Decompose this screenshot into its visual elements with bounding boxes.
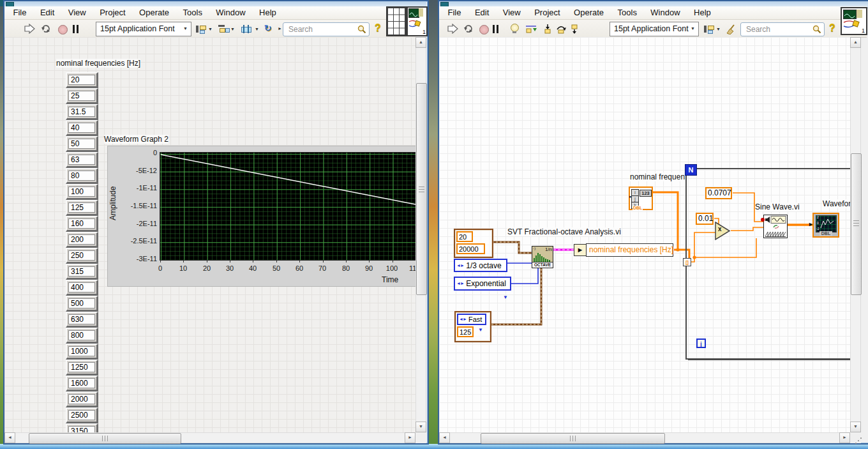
value-125-constant[interactable]: 125 [457,326,474,337]
array-element[interactable]: 200 [66,232,98,248]
menu-window[interactable]: Window [645,6,685,19]
menu-edit[interactable]: Edit [34,6,59,19]
loop-iteration-terminal[interactable]: i [696,339,706,348]
step-over-button[interactable] [555,24,567,34]
array-element[interactable]: 3150 [66,423,98,432]
bd-hscroll-right[interactable]: ► [839,432,850,443]
array-element[interactable]: 1250 [66,360,98,376]
run-continuously-button[interactable] [463,23,474,34]
wire-cluster-freq[interactable] [492,242,532,253]
amplitude-constant[interactable]: 0.0707 [705,187,732,199]
array-element[interactable]: 80 [66,168,98,184]
array-element[interactable]: 630 [66,312,98,328]
scale-constant[interactable]: 0.01 [696,213,714,225]
freq-indicator-terminal[interactable]: ► [574,244,587,256]
bd-vscroll-thumb[interactable] [851,153,862,295]
block-diagram-canvas[interactable]: N i [] 20 20000 SVT Fractional-octave An… [439,37,850,432]
fp-vscroll-down[interactable]: ▼ [415,422,426,432]
highlight-execution-button[interactable] [510,23,519,34]
array-terminal-node[interactable]: i j k ► 123 DBL [629,186,653,210]
array-element[interactable]: 125 [66,200,98,216]
menu-file[interactable]: File [442,6,467,19]
bd-vscroll-up[interactable]: ▲ [850,37,861,48]
freq-indicator-label[interactable]: nominal frequencies [Hz] [586,243,673,257]
context-help-button[interactable]: ? [829,22,835,34]
abort-button[interactable] [58,25,68,34]
abort-button[interactable] [479,25,489,34]
retain-wire-values-button[interactable] [525,24,539,34]
wire-array-down[interactable] [653,192,678,250]
menu-window[interactable]: Window [211,6,251,19]
pause-button[interactable] [72,25,80,33]
bd-vscroll-down[interactable]: ▼ [850,422,861,432]
step-into-button[interactable] [542,24,553,34]
weighting-cluster[interactable]: ◄► Fast ▼ 125 [454,311,491,342]
step-out-button[interactable] [569,24,580,34]
distribute-objects-button[interactable]: ▼ [218,24,235,34]
averaging-enum[interactable]: ◄► Exponential ▼ [454,277,511,291]
font-selector[interactable]: 15pt Application Font ▼ [610,22,699,36]
front-panel-canvas[interactable]: nominal frequencies [Hz] 20 25 31.5 40 5… [4,37,415,432]
bd-resize-grip[interactable] [850,432,861,443]
menu-tools[interactable]: Tools [612,6,642,19]
multiply-node[interactable] [715,222,731,240]
array-element[interactable]: 1000 [66,344,98,360]
align-objects-button[interactable]: ▼ [703,24,721,34]
array-element[interactable]: 400 [66,280,98,296]
waveform-terminal-node[interactable]: 2 0 -2 DBL [812,213,839,238]
freq-low-constant[interactable]: 20 [456,231,473,242]
search-input[interactable] [745,24,805,34]
array-element[interactable]: 160 [66,216,98,232]
run-continuously-button[interactable] [40,23,52,34]
reorder-objects-button[interactable]: ↻ ► [264,23,283,34]
menu-file[interactable]: File [8,6,32,19]
wire-averaging[interactable] [511,268,538,284]
fp-hscroll-left[interactable]: ◄ [4,432,15,443]
octave-type-enum[interactable]: ◄► 1/3 octave ▼ [454,259,507,272]
graph-plot-area[interactable] [160,152,415,261]
bd-hscroll-thumb[interactable] [481,433,665,444]
menu-help[interactable]: Help [689,6,717,19]
menu-view[interactable]: View [63,6,91,19]
array-element[interactable]: 63 [66,152,98,168]
align-objects-button[interactable]: ▼ [195,24,213,34]
array-element[interactable]: 1600 [66,376,98,392]
sine-wave-vi-node[interactable] [763,215,788,238]
context-help-button[interactable]: ? [375,22,381,34]
fp-vscroll-thumb[interactable] [416,83,427,295]
menu-operate[interactable]: Operate [569,6,610,19]
array-element[interactable]: 250 [66,248,98,264]
menu-help[interactable]: Help [254,6,282,19]
array-element[interactable]: 2000 [66,392,98,407]
auto-index-tunnel[interactable]: [] [683,258,691,266]
pause-button[interactable] [492,25,500,33]
resize-objects-button[interactable]: ▼ [241,24,259,34]
menu-view[interactable]: View [497,6,526,19]
array-element[interactable]: 500 [66,296,98,312]
freq-high-constant[interactable]: 20000 [456,243,485,254]
array-element[interactable]: 20 [66,72,98,88]
time-weighting-enum[interactable]: ◄► Fast ▼ [457,314,486,325]
search-input[interactable] [287,24,350,34]
run-button[interactable] [447,24,459,34]
bd-hscroll-left[interactable]: ◄ [439,432,450,443]
search-box[interactable] [740,22,825,36]
array-element[interactable]: 100 [66,184,98,200]
array-element[interactable]: 800 [66,328,98,344]
array-element[interactable]: 31.5 [66,104,98,120]
connector-pane-icon[interactable] [386,6,407,36]
array-element[interactable]: 2500 [66,407,98,423]
run-button[interactable] [24,24,36,34]
fp-hscroll-thumb[interactable] [29,433,181,444]
loop-count-terminal[interactable]: N [685,164,697,176]
array-element[interactable]: 315 [66,264,98,280]
vi-icon[interactable]: 1 [841,7,867,35]
menu-project[interactable]: Project [529,6,565,19]
search-box[interactable] [283,22,370,36]
menu-project[interactable]: Project [94,6,131,19]
array-element[interactable]: 25 [66,88,98,104]
vi-icon[interactable]: 1 [407,6,428,36]
array-element[interactable]: 50 [66,136,98,152]
fp-vscroll-up[interactable]: ▲ [415,37,426,48]
menu-operate[interactable]: Operate [134,6,175,19]
